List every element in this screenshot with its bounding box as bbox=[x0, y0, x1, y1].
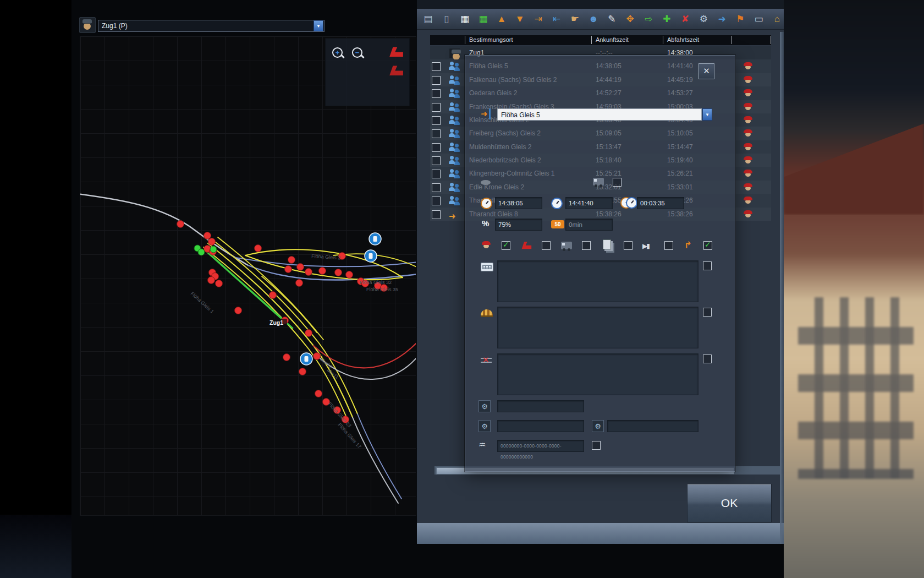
skip-checkbox[interactable] bbox=[664, 241, 673, 250]
flag-icon[interactable]: ⚑ bbox=[734, 12, 747, 27]
table-header: Bestimmungsort Ankunftszeit Abfahrtszeit bbox=[430, 35, 771, 45]
building-windows bbox=[798, 297, 914, 479]
track-action-field-2[interactable] bbox=[497, 420, 584, 432]
row-checkbox[interactable] bbox=[432, 62, 441, 71]
uuid-field[interactable]: 00000000-0000-0000-0000-000000000000 bbox=[497, 440, 584, 452]
remove-all-icon[interactable]: ✘ bbox=[679, 12, 692, 27]
zoom-out-button[interactable]: − bbox=[351, 46, 365, 61]
loco-checkbox[interactable] bbox=[582, 241, 591, 250]
passengers-icon bbox=[449, 75, 461, 84]
blocked-track-textarea[interactable] bbox=[497, 353, 698, 395]
speed-limit-icon: 50 bbox=[551, 220, 564, 228]
background-gradient bbox=[784, 0, 924, 578]
driver-hat-icon[interactable] bbox=[744, 210, 752, 217]
camera-seat-2-icon[interactable] bbox=[388, 65, 404, 76]
train-select-dropdown[interactable]: Zug1 (P) ▼ bbox=[98, 20, 324, 32]
camera-seat-icon[interactable] bbox=[388, 46, 404, 57]
cards-checkbox[interactable] bbox=[624, 241, 632, 250]
row-checkbox[interactable] bbox=[432, 183, 441, 192]
expand-icon[interactable]: ✥ bbox=[623, 12, 636, 27]
platform-marker-icon bbox=[481, 180, 491, 185]
passengers-icon bbox=[449, 156, 461, 165]
depot-textarea[interactable] bbox=[497, 307, 698, 348]
destination-dropdown[interactable]: Flöha Gleis 5 bbox=[497, 108, 702, 121]
track-action-field-3[interactable] bbox=[607, 420, 698, 432]
move-down-icon[interactable]: ▼ bbox=[513, 12, 526, 27]
save-icon[interactable]: ▤ bbox=[421, 12, 435, 27]
background-corner bbox=[0, 515, 73, 578]
driver-hat-icon[interactable] bbox=[744, 197, 752, 204]
driver-hat-icon[interactable] bbox=[744, 183, 752, 190]
corner-checkbox[interactable] bbox=[703, 241, 712, 250]
loco-option-checkbox[interactable] bbox=[613, 178, 622, 187]
row-checkbox[interactable] bbox=[432, 116, 441, 125]
row-checkbox[interactable] bbox=[432, 89, 441, 98]
loco-icon bbox=[561, 242, 572, 249]
train-marker[interactable]: Zug1 bbox=[266, 319, 287, 327]
driver-hat-icon[interactable] bbox=[744, 76, 752, 83]
svg-text:Flöha Gleis 35: Flöha Gleis 35 bbox=[366, 287, 398, 292]
grid-large-icon[interactable]: ▦ bbox=[476, 12, 490, 27]
ok-button[interactable]: OK bbox=[687, 484, 772, 522]
chevron-down-icon[interactable]: ▼ bbox=[702, 108, 712, 121]
row-checkbox[interactable] bbox=[432, 76, 441, 85]
close-button[interactable]: ✕ bbox=[698, 63, 714, 79]
shift-left-icon[interactable]: ⇤ bbox=[550, 12, 563, 27]
move-up-icon[interactable]: ▲ bbox=[495, 12, 508, 27]
depot-checkbox[interactable] bbox=[703, 308, 712, 317]
driver-checkbox[interactable] bbox=[502, 241, 510, 250]
row-checkbox[interactable] bbox=[432, 103, 441, 112]
driver-hat-icon[interactable] bbox=[744, 143, 752, 150]
staff-icon[interactable]: ☻ bbox=[587, 12, 600, 27]
signal-wave-icon: ♒ bbox=[479, 440, 486, 450]
wait-minutes-field[interactable]: 0min bbox=[565, 219, 613, 231]
row-checkbox[interactable] bbox=[432, 156, 441, 165]
train-select-value: Zug1 (P) bbox=[98, 22, 313, 30]
chevron-down-icon[interactable]: ▼ bbox=[314, 20, 323, 31]
clock-icon bbox=[626, 197, 637, 209]
driver-hat-icon[interactable] bbox=[744, 129, 752, 137]
driver-hat-icon[interactable] bbox=[744, 156, 752, 163]
load-percent-field[interactable]: 75% bbox=[495, 219, 542, 231]
driver-hat-icon[interactable] bbox=[744, 62, 752, 69]
properties-icon[interactable]: ⚙ bbox=[697, 12, 710, 27]
depot-icon[interactable]: ⌂ bbox=[771, 12, 784, 27]
add-stop-icon[interactable]: ✚ bbox=[660, 12, 673, 27]
stop-duration-field[interactable]: 00:03:35 bbox=[637, 197, 684, 209]
track-map[interactable]: Flöha Gleis 2 Flöha Gleis 32 Flöha Gleis… bbox=[80, 36, 416, 516]
stage: Zug1 (P) ▼ bbox=[0, 0, 924, 578]
zoom-in-button[interactable]: + bbox=[331, 46, 345, 61]
row-checkbox[interactable] bbox=[432, 210, 441, 219]
pick-hand-icon[interactable]: ☛ bbox=[568, 12, 581, 27]
driver-hat-icon[interactable] bbox=[744, 89, 752, 96]
departure-time-field[interactable]: 14:41:40 bbox=[565, 197, 613, 209]
header-separator bbox=[591, 36, 592, 44]
passengers-icon bbox=[449, 89, 461, 97]
uuid-checkbox[interactable] bbox=[592, 441, 601, 450]
row-checkbox[interactable] bbox=[432, 170, 441, 178]
blocked-track-checkbox[interactable] bbox=[703, 355, 712, 363]
track-lines bbox=[80, 194, 416, 503]
panel-right-edge bbox=[780, 32, 784, 544]
assign-icon[interactable]: ➜ bbox=[716, 12, 729, 27]
driver-hat-icon[interactable] bbox=[744, 170, 752, 177]
track-action-field[interactable] bbox=[497, 400, 584, 412]
driver-hat-icon[interactable] bbox=[744, 103, 752, 110]
timetable-icon[interactable]: ▭ bbox=[752, 12, 765, 27]
seat-checkbox[interactable] bbox=[542, 241, 551, 250]
delete-icon[interactable]: ▯ bbox=[439, 12, 453, 27]
row-checkbox[interactable] bbox=[432, 197, 441, 205]
announcement-checkbox[interactable] bbox=[703, 261, 712, 270]
header-separator bbox=[465, 36, 465, 44]
driver-hat-icon[interactable] bbox=[744, 116, 752, 123]
conductor-avatar-icon bbox=[449, 48, 461, 59]
row-checkbox[interactable] bbox=[432, 129, 441, 138]
row-checkbox[interactable] bbox=[432, 143, 441, 152]
append-stop-icon[interactable]: ⇨ bbox=[642, 12, 655, 27]
awning-depot-icon bbox=[481, 309, 493, 317]
shift-right-icon[interactable]: ⇥ bbox=[531, 12, 544, 27]
grid-small-icon[interactable]: ▦ bbox=[458, 12, 471, 27]
arrival-time-field[interactable]: 14:38:05 bbox=[495, 197, 542, 209]
edit-icon[interactable]: ✎ bbox=[605, 12, 618, 27]
announcement-textarea[interactable] bbox=[497, 260, 698, 302]
